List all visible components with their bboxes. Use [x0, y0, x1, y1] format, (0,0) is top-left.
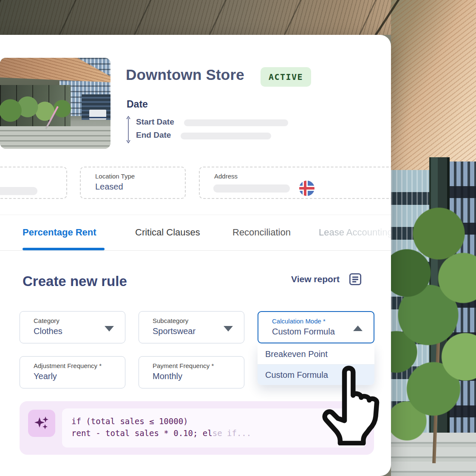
date-range-arrow-icon: [125, 116, 131, 144]
calculation-mode-select[interactable]: Calculation Mode * Custom Formula: [258, 311, 374, 343]
backdrop-tree-foliage: [380, 204, 476, 450]
end-date-placeholder: [181, 133, 271, 139]
address-placeholder: [213, 184, 290, 193]
sparkles-icon: [32, 414, 51, 433]
ai-sparkle-tile: [28, 410, 55, 437]
end-date-label: End Date: [136, 130, 171, 140]
thumb-trees: [0, 92, 86, 129]
tab-reconciliation[interactable]: Reconciliation: [232, 227, 291, 238]
subcategory-select[interactable]: Subcategory Sportswear: [139, 311, 244, 343]
category-select[interactable]: Category Clothes: [20, 311, 125, 343]
category-label: Category: [34, 317, 60, 324]
info-card-placeholder: [0, 187, 37, 195]
section-heading: Create new rule: [23, 273, 127, 289]
backdrop-right-column: [391, 0, 476, 476]
adjustment-frequency-value: Yearly: [34, 371, 57, 381]
tab-bar: Percentage Rent Critical Clauses Reconci…: [0, 215, 391, 251]
hand-cursor-icon: [320, 365, 383, 445]
info-card-address: Address: [199, 167, 391, 199]
subcategory-value: Sportswear: [153, 326, 196, 336]
calculation-mode-value: Custom Formula: [272, 327, 335, 337]
lease-detail-card: Downtown Store ACTIVE Date Start Date En…: [0, 35, 391, 476]
formula-line-2-ghost: se if...: [212, 428, 252, 438]
info-card-location-type: Location Type Leased: [80, 167, 186, 199]
payment-frequency-value: Monthly: [153, 371, 182, 381]
category-value: Clothes: [34, 326, 62, 336]
view-report-button[interactable]: View report: [291, 273, 362, 286]
location-type-value: Leased: [95, 182, 123, 192]
calculation-mode-label: Calculation Mode *: [272, 317, 326, 325]
date-section-heading: Date: [127, 99, 148, 110]
thumb-truck-detail: [89, 110, 106, 120]
location-type-label: Location Type: [95, 173, 135, 180]
payment-frequency-select[interactable]: Payment Frequency * Monthly: [139, 356, 244, 388]
tab-critical-clauses[interactable]: Critical Clauses: [135, 227, 200, 238]
active-tab-underline: [23, 248, 105, 250]
start-date-placeholder: [184, 119, 288, 126]
formula-line-2-main: rent - total sales * 0.10; el: [71, 428, 212, 438]
view-report-label: View report: [291, 274, 340, 284]
chevron-up-icon: [353, 326, 363, 331]
chevron-down-icon: [105, 326, 114, 332]
start-date-label: Start Date: [136, 117, 174, 127]
formula-line-1: if (total sales ≤ 10000): [71, 415, 357, 427]
chevron-down-icon: [224, 326, 233, 332]
adjustment-frequency-label: Adjustment Frequency *: [34, 362, 102, 369]
tab-percentage-rent[interactable]: Percentage Rent: [23, 227, 96, 238]
report-icon: [349, 273, 362, 286]
address-label: Address: [214, 173, 238, 180]
info-card-cropped: [0, 167, 67, 199]
store-photo-thumbnail: [0, 58, 110, 149]
iceland-flag-icon: [299, 181, 314, 196]
page-title: Downtown Store: [126, 66, 244, 83]
thumb-steps: [0, 126, 110, 149]
screenshot-stage: Downtown Store ACTIVE Date Start Date En…: [0, 0, 476, 476]
tab-lease-accounting[interactable]: Lease Accounting: [319, 227, 391, 238]
adjustment-frequency-select[interactable]: Adjustment Frequency * Yearly: [20, 356, 125, 388]
payment-frequency-label: Payment Frequency *: [153, 362, 214, 369]
option-breakeven-point[interactable]: Breakeven Point: [258, 344, 374, 365]
backdrop-wood-canopy: [391, 0, 476, 178]
status-badge: ACTIVE: [261, 67, 311, 87]
subcategory-label: Subcategory: [153, 317, 188, 324]
formula-line-2: rent - total sales * 0.10; else if...: [71, 427, 357, 439]
